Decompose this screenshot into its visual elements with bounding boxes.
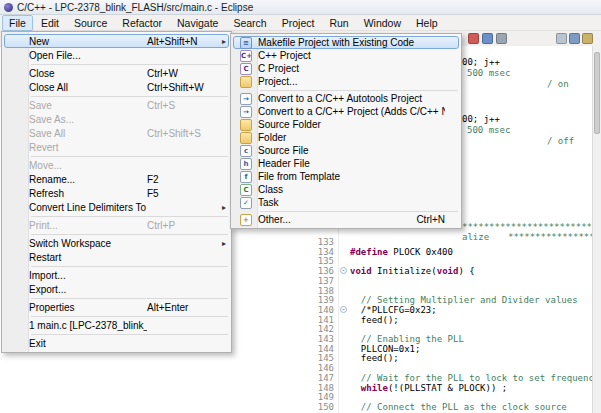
class-icon: C: [240, 184, 252, 196]
toolbar-icon-3[interactable]: [496, 33, 507, 44]
fold-marker-icon[interactable]: -: [340, 267, 347, 274]
menu-item-source-folder[interactable]: Source Folder: [233, 118, 459, 131]
menu-item-close[interactable]: CloseCtrl+W: [4, 66, 229, 80]
other-icon: +: [240, 214, 252, 226]
menu-item-convert-to-a-c-c-project-adds-c-c-nature[interactable]: →Convert to a C/C++ Project (Adds C/C++ …: [233, 105, 459, 118]
menu-item-label: Class: [258, 184, 445, 195]
toolbar-icon-5[interactable]: [569, 33, 580, 44]
menu-item-export[interactable]: Export...: [4, 282, 229, 296]
menu-item-convert-to-a-c-c-autotools-project[interactable]: →Convert to a C/C++ Autotools Project: [233, 92, 459, 105]
menu-item-folder[interactable]: Folder: [233, 131, 459, 144]
menu-item-restart[interactable]: Restart: [4, 250, 229, 264]
menu-item-label: Convert to a C/C++ Project (Adds C/C++ N…: [258, 106, 445, 117]
menu-item-save[interactable]: SaveCtrl+S: [4, 98, 229, 112]
menu-item-switch-workspace[interactable]: Switch Workspace▸: [4, 236, 229, 250]
c-project-icon: C: [240, 63, 252, 75]
menu-item-label: Header File: [258, 158, 445, 169]
menu-item-c-project[interactable]: CC Project: [233, 62, 459, 75]
menu-item-close-all[interactable]: Close AllCtrl+Shift+W: [4, 80, 229, 94]
menu-item-new[interactable]: NewAlt+Shift+N▸: [4, 34, 229, 48]
code-line-149: 149: [305, 392, 601, 402]
menu-item-shortcut: Ctrl+Shift+S: [147, 128, 217, 139]
line-number: 150: [305, 402, 334, 412]
menu-item-label: Convert to a C/C++ Autotools Project: [258, 93, 445, 104]
menu-item-class[interactable]: CClass: [233, 183, 459, 196]
menu-item-icon-slot: f: [234, 171, 258, 183]
code-line-137: 137: [305, 276, 601, 286]
menu-item-shortcut: F2: [147, 174, 217, 185]
scrollbar-thumb[interactable]: [594, 52, 600, 134]
menu-item-save-as[interactable]: Save As...: [4, 112, 229, 126]
line-number: 146: [305, 363, 334, 373]
menubar-item-refactor[interactable]: Refactor: [115, 15, 169, 31]
menu-item-label: New: [29, 36, 147, 47]
code-text: void Initialize(void) {: [350, 266, 475, 276]
line-number: 133: [305, 237, 334, 247]
toolbar-icon-4[interactable]: [556, 33, 567, 44]
menu-item-label: Print...: [29, 220, 147, 231]
menu-item-label: Rename...: [29, 174, 147, 185]
menu-item-convert-line-delimiters-to[interactable]: Convert Line Delimiters To▸: [4, 200, 229, 214]
menubar-item-project[interactable]: Project: [275, 15, 322, 31]
menu-item-label: Source Folder: [258, 119, 445, 130]
menu-item-import[interactable]: Import...: [4, 268, 229, 282]
menu-item-label: Source File: [258, 145, 445, 156]
menu-item-source-file[interactable]: cSource File: [233, 144, 459, 157]
menu-item-label: Switch Workspace: [29, 238, 147, 249]
menu-item-exit[interactable]: Exit: [4, 336, 229, 350]
menubar-item-file[interactable]: File: [2, 15, 33, 31]
menubar-item-search[interactable]: Search: [226, 15, 273, 31]
menu-item-label: Other...: [258, 214, 416, 225]
menu-item-icon-slot: →: [234, 106, 258, 118]
menu-item-properties[interactable]: PropertiesAlt+Enter: [4, 300, 229, 314]
menu-item-move[interactable]: Move...: [4, 158, 229, 172]
menu-item-file-from-template[interactable]: fFile from Template: [233, 170, 459, 183]
code-line-150: 150 // Connect the PLL as the clock sour…: [305, 402, 601, 412]
menu-bar: FileEditSourceRefactorNavigateSearchProj…: [0, 15, 601, 31]
menu-item-refresh[interactable]: RefreshF5: [4, 186, 229, 200]
code-fragment: / on: [547, 79, 569, 89]
menu-item-label: Refresh: [29, 188, 147, 199]
menu-item-label: 1 main.c [LPC-2378_blink_FLASH/src]: [29, 320, 147, 331]
menubar-item-navigate[interactable]: Navigate: [170, 15, 225, 31]
menu-item-icon-slot: C: [234, 184, 258, 196]
code-fragment: / off: [547, 136, 574, 146]
menubar-item-help[interactable]: Help: [409, 15, 445, 31]
code-fragment: alize: [462, 232, 489, 242]
menu-item-save-all[interactable]: Save AllCtrl+Shift+S: [4, 126, 229, 140]
menu-item-c-project[interactable]: C+C++ Project: [233, 49, 459, 62]
eclipse-app-icon: [4, 3, 13, 12]
code-fragment: 00; j++: [462, 114, 500, 124]
menu-item-rename[interactable]: Rename...F2: [4, 172, 229, 186]
submenu-arrow-icon: ▸: [217, 239, 226, 248]
line-number: 143: [305, 334, 334, 344]
menu-item-task[interactable]: ✓Task: [233, 196, 459, 209]
menubar-item-edit[interactable]: Edit: [34, 15, 66, 31]
menubar-item-source[interactable]: Source: [67, 15, 114, 31]
menu-item-revert[interactable]: Revert: [4, 140, 229, 154]
menu-item-other[interactable]: +Other...Ctrl+N: [233, 213, 459, 226]
toolbar-icon-1[interactable]: [468, 33, 479, 44]
editor-scrollbar[interactable]: [592, 46, 601, 413]
menu-item-makefile-project-with-existing-code[interactable]: ≡Makefile Project with Existing Code: [233, 36, 459, 49]
menu-item-label: C++ Project: [258, 50, 445, 61]
fold-marker-icon[interactable]: -: [340, 306, 347, 313]
template-file-icon: f: [240, 171, 252, 183]
menubar-item-window[interactable]: Window: [357, 15, 408, 31]
menu-item-label: Folder: [258, 132, 445, 143]
code-line-145: 145 feed();: [305, 353, 601, 363]
menu-item-header-file[interactable]: hHeader File: [233, 157, 459, 170]
menu-item-open-file[interactable]: Open File...: [4, 48, 229, 62]
menu-item-project[interactable]: Project...: [233, 75, 459, 88]
line-number: 147: [305, 373, 334, 383]
code-line-140: 140- /*PLLCFG=0x23;: [305, 305, 601, 315]
menu-item-label: Save As...: [29, 114, 147, 125]
menu-item-1-main-c-lpc-2378-blink-flash-src[interactable]: 1 main.c [LPC-2378_blink_FLASH/src]: [4, 318, 229, 332]
toolbar-icon-2[interactable]: [482, 33, 493, 44]
menubar-item-run[interactable]: Run: [322, 15, 355, 31]
toolbar-icon-6[interactable]: [582, 33, 593, 44]
code-text: feed();: [350, 353, 399, 363]
line-number: 142: [305, 324, 334, 334]
menu-item-print[interactable]: Print...Ctrl+P: [4, 218, 229, 232]
code-line-136: 136-void Initialize(void) {: [305, 266, 601, 276]
